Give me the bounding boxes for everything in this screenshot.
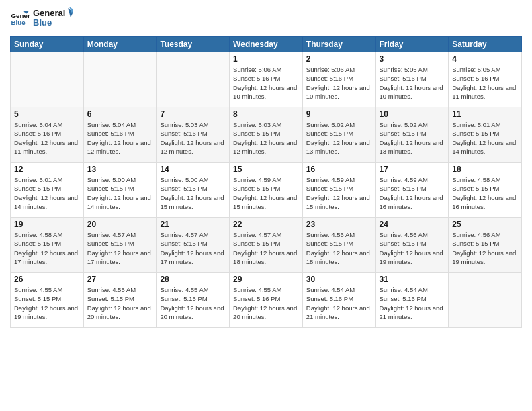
day-number: 6 (87, 109, 153, 119)
calendar-cell: 18Sunrise: 4:58 AM Sunset: 5:15 PM Dayli… (449, 163, 522, 218)
logo-icon: General Blue (10, 9, 30, 29)
day-info: Sunrise: 4:57 AM Sunset: 5:15 PM Dayligh… (87, 230, 153, 266)
calendar-header-row: SundayMondayTuesdayWednesdayThursdayFrid… (11, 37, 522, 52)
day-number: 5 (14, 109, 80, 119)
calendar-cell: 30Sunrise: 4:54 AM Sunset: 5:16 PM Dayli… (302, 273, 375, 328)
day-number: 21 (160, 220, 226, 229)
calendar-table: SundayMondayTuesdayWednesdayThursdayFrid… (10, 36, 522, 328)
calendar-cell: 31Sunrise: 4:54 AM Sunset: 5:16 PM Dayli… (375, 273, 449, 328)
day-info: Sunrise: 4:56 AM Sunset: 5:15 PM Dayligh… (380, 230, 445, 266)
calendar-cell: 6Sunrise: 5:04 AM Sunset: 5:16 PM Daylig… (83, 107, 157, 163)
calendar-week-2: 5Sunrise: 5:04 AM Sunset: 5:16 PM Daylig… (11, 107, 522, 163)
day-info: Sunrise: 4:57 AM Sunset: 5:15 PM Dayligh… (160, 230, 226, 266)
day-info: Sunrise: 4:59 AM Sunset: 5:15 PM Dayligh… (306, 175, 372, 211)
calendar-cell: 20Sunrise: 4:57 AM Sunset: 5:15 PM Dayli… (83, 218, 157, 273)
day-info: Sunrise: 4:58 AM Sunset: 5:15 PM Dayligh… (14, 230, 80, 266)
calendar-cell: 10Sunrise: 5:02 AM Sunset: 5:15 PM Dayli… (375, 107, 449, 163)
calendar-cell: 8Sunrise: 5:03 AM Sunset: 5:15 PM Daylig… (230, 107, 303, 163)
calendar-cell: 29Sunrise: 4:55 AM Sunset: 5:16 PM Dayli… (230, 273, 303, 328)
calendar-cell: 1Sunrise: 5:06 AM Sunset: 5:16 PM Daylig… (230, 52, 303, 107)
calendar-cell: 17Sunrise: 4:59 AM Sunset: 5:15 PM Dayli… (375, 163, 449, 218)
day-number: 3 (380, 54, 445, 64)
day-number: 9 (306, 109, 372, 119)
day-header-saturday: Saturday (449, 37, 522, 52)
day-number: 12 (14, 165, 80, 174)
calendar-cell: 26Sunrise: 4:55 AM Sunset: 5:15 PM Dayli… (11, 273, 84, 328)
day-number: 29 (233, 275, 299, 284)
calendar-cell: 12Sunrise: 5:01 AM Sunset: 5:15 PM Dayli… (11, 163, 84, 218)
calendar-cell (449, 273, 522, 328)
day-info: Sunrise: 4:55 AM Sunset: 5:15 PM Dayligh… (87, 285, 153, 321)
calendar-cell: 3Sunrise: 5:05 AM Sunset: 5:16 PM Daylig… (375, 52, 449, 107)
day-header-thursday: Thursday (302, 37, 375, 52)
calendar-cell: 15Sunrise: 4:59 AM Sunset: 5:15 PM Dayli… (230, 163, 303, 218)
day-number: 28 (160, 275, 226, 284)
calendar-cell: 21Sunrise: 4:57 AM Sunset: 5:15 PM Dayli… (157, 218, 230, 273)
day-info: Sunrise: 4:54 AM Sunset: 5:16 PM Dayligh… (306, 285, 372, 321)
day-info: Sunrise: 4:54 AM Sunset: 5:16 PM Dayligh… (380, 285, 445, 321)
day-number: 8 (233, 109, 299, 119)
calendar-cell: 25Sunrise: 4:56 AM Sunset: 5:15 PM Dayli… (449, 218, 522, 273)
day-header-friday: Friday (375, 37, 449, 52)
day-header-tuesday: Tuesday (157, 37, 230, 52)
day-info: Sunrise: 4:55 AM Sunset: 5:15 PM Dayligh… (14, 285, 80, 321)
calendar-cell (83, 52, 157, 107)
svg-text:Blue: Blue (11, 19, 26, 26)
day-number: 19 (14, 220, 80, 229)
calendar-week-5: 26Sunrise: 4:55 AM Sunset: 5:15 PM Dayli… (11, 273, 522, 328)
day-number: 10 (380, 109, 445, 119)
calendar-cell: 23Sunrise: 4:56 AM Sunset: 5:15 PM Dayli… (302, 218, 375, 273)
day-number: 14 (160, 165, 226, 174)
day-header-monday: Monday (83, 37, 157, 52)
calendar-cell: 19Sunrise: 4:58 AM Sunset: 5:15 PM Dayli… (11, 218, 84, 273)
day-info: Sunrise: 5:05 AM Sunset: 5:16 PM Dayligh… (452, 65, 518, 101)
day-number: 22 (233, 220, 299, 229)
calendar-cell: 11Sunrise: 5:01 AM Sunset: 5:15 PM Dayli… (449, 107, 522, 163)
day-info: Sunrise: 5:03 AM Sunset: 5:15 PM Dayligh… (233, 120, 299, 156)
calendar-cell: 5Sunrise: 5:04 AM Sunset: 5:16 PM Daylig… (11, 107, 84, 163)
day-info: Sunrise: 5:00 AM Sunset: 5:15 PM Dayligh… (87, 175, 153, 211)
svg-text:General: General (33, 8, 65, 18)
day-info: Sunrise: 5:04 AM Sunset: 5:16 PM Dayligh… (14, 120, 80, 156)
day-number: 17 (380, 165, 445, 174)
day-number: 30 (306, 275, 372, 284)
day-info: Sunrise: 4:58 AM Sunset: 5:15 PM Dayligh… (452, 175, 518, 211)
day-info: Sunrise: 5:01 AM Sunset: 5:15 PM Dayligh… (452, 120, 518, 156)
day-number: 23 (306, 220, 372, 229)
calendar-cell: 4Sunrise: 5:05 AM Sunset: 5:16 PM Daylig… (449, 52, 522, 107)
calendar-cell: 13Sunrise: 5:00 AM Sunset: 5:15 PM Dayli… (83, 163, 157, 218)
day-number: 15 (233, 165, 299, 174)
logo: General Blue General Blue (10, 7, 73, 31)
day-number: 20 (87, 220, 153, 229)
calendar-week-3: 12Sunrise: 5:01 AM Sunset: 5:15 PM Dayli… (11, 163, 522, 218)
calendar-week-1: 1Sunrise: 5:06 AM Sunset: 5:16 PM Daylig… (11, 52, 522, 107)
day-info: Sunrise: 5:02 AM Sunset: 5:15 PM Dayligh… (306, 120, 372, 156)
day-header-wednesday: Wednesday (230, 37, 303, 52)
day-info: Sunrise: 5:03 AM Sunset: 5:16 PM Dayligh… (160, 120, 226, 156)
day-info: Sunrise: 5:06 AM Sunset: 5:16 PM Dayligh… (233, 65, 299, 101)
day-number: 7 (160, 109, 226, 119)
day-info: Sunrise: 5:00 AM Sunset: 5:15 PM Dayligh… (160, 175, 226, 211)
day-info: Sunrise: 5:06 AM Sunset: 5:16 PM Dayligh… (306, 65, 372, 101)
day-info: Sunrise: 4:59 AM Sunset: 5:15 PM Dayligh… (380, 175, 445, 211)
day-number: 1 (233, 54, 299, 64)
calendar-cell: 14Sunrise: 5:00 AM Sunset: 5:15 PM Dayli… (157, 163, 230, 218)
day-info: Sunrise: 5:02 AM Sunset: 5:15 PM Dayligh… (380, 120, 445, 156)
header: General Blue General Blue (10, 7, 522, 31)
day-number: 2 (306, 54, 372, 64)
day-number: 11 (452, 109, 518, 119)
calendar-cell: 2Sunrise: 5:06 AM Sunset: 5:16 PM Daylig… (302, 52, 375, 107)
day-info: Sunrise: 4:56 AM Sunset: 5:15 PM Dayligh… (306, 230, 372, 266)
logo-graphic: General Blue (33, 7, 73, 31)
day-number: 18 (452, 165, 518, 174)
day-info: Sunrise: 4:55 AM Sunset: 5:15 PM Dayligh… (160, 285, 226, 321)
calendar-cell: 9Sunrise: 5:02 AM Sunset: 5:15 PM Daylig… (302, 107, 375, 163)
day-number: 27 (87, 275, 153, 284)
day-number: 4 (452, 54, 518, 64)
calendar-cell: 27Sunrise: 4:55 AM Sunset: 5:15 PM Dayli… (83, 273, 157, 328)
day-info: Sunrise: 4:56 AM Sunset: 5:15 PM Dayligh… (452, 230, 518, 266)
svg-text:Blue: Blue (33, 17, 52, 28)
day-number: 25 (452, 220, 518, 229)
calendar-cell: 7Sunrise: 5:03 AM Sunset: 5:16 PM Daylig… (157, 107, 230, 163)
day-number: 24 (380, 220, 445, 229)
